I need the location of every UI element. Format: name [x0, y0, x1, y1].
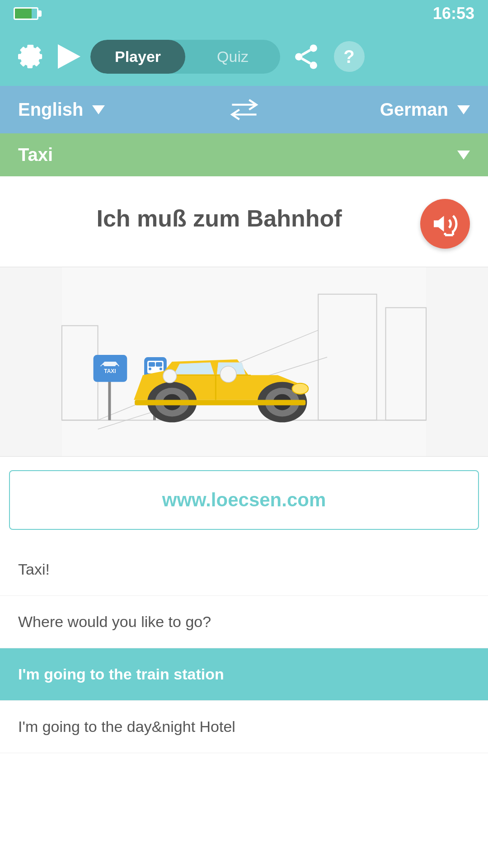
- play-button[interactable]: [56, 44, 81, 69]
- time-display: 16:53: [433, 4, 474, 23]
- main-phrase-text: Ich muß zum Bahnhof: [18, 199, 420, 234]
- category-label: Taxi: [18, 145, 457, 165]
- svg-line-4: [302, 50, 310, 55]
- swap-languages-button[interactable]: [228, 97, 260, 122]
- illustration-area: TAXI: [0, 267, 488, 457]
- taxi-illustration: TAXI: [0, 267, 488, 456]
- battery-icon: [14, 7, 38, 20]
- target-language-label: German: [380, 99, 448, 120]
- svg-point-41: [163, 369, 177, 383]
- category-dropdown-icon: [457, 151, 470, 160]
- mode-tabs: Player Quiz: [90, 40, 280, 74]
- svg-point-28: [160, 368, 162, 370]
- phrase-list-item[interactable]: I'm going to the day&night Hotel: [0, 701, 488, 753]
- audio-icon: [432, 210, 459, 237]
- svg-point-20: [102, 365, 104, 368]
- svg-point-0: [310, 44, 317, 52]
- settings-button[interactable]: [14, 40, 47, 74]
- play-icon: [58, 44, 80, 69]
- toolbar: Player Quiz ?: [0, 27, 488, 86]
- language-bar: English German: [0, 86, 488, 133]
- website-banner[interactable]: www.loecsen.com: [9, 470, 479, 530]
- gear-icon: [15, 41, 47, 72]
- website-url-text: www.loecsen.com: [162, 489, 326, 510]
- audio-play-button[interactable]: [420, 199, 470, 249]
- phrase-item-text: Where would you like to go?: [18, 613, 211, 630]
- phrase-item-text: I'm going to the train station: [18, 665, 224, 683]
- source-language-label: English: [18, 99, 83, 120]
- phrase-list-item[interactable]: Taxi!: [0, 543, 488, 596]
- svg-rect-16: [108, 380, 111, 420]
- swap-icon: [230, 97, 259, 122]
- target-language-selector[interactable]: German: [260, 99, 470, 120]
- svg-point-2: [310, 61, 317, 69]
- svg-marker-5: [434, 216, 444, 232]
- phrase-list: Taxi!Where would you like to go?I'm goin…: [0, 543, 488, 753]
- svg-text:TAXI: TAXI: [104, 368, 116, 374]
- phrase-display-area: Ich muß zum Bahnhof: [0, 176, 488, 267]
- player-tab[interactable]: Player: [90, 40, 185, 74]
- source-lang-dropdown-icon: [92, 105, 105, 114]
- svg-rect-25: [149, 362, 155, 367]
- source-language-selector[interactable]: English: [18, 99, 228, 120]
- phrase-item-text: Taxi!: [18, 561, 50, 578]
- target-lang-dropdown-icon: [457, 105, 470, 114]
- phrase-list-item[interactable]: I'm going to the train station: [0, 648, 488, 701]
- svg-point-27: [149, 368, 151, 370]
- svg-point-21: [115, 365, 118, 368]
- phrase-item-text: I'm going to the day&night Hotel: [18, 718, 235, 735]
- phrase-list-item[interactable]: Where would you like to go?: [0, 596, 488, 648]
- svg-line-3: [302, 58, 310, 63]
- share-icon: [291, 42, 321, 71]
- svg-rect-26: [156, 362, 162, 367]
- svg-rect-39: [135, 400, 305, 406]
- help-button[interactable]: ?: [332, 40, 366, 74]
- share-button[interactable]: [289, 40, 323, 74]
- help-icon: ?: [334, 41, 365, 72]
- svg-point-37: [292, 383, 308, 394]
- svg-point-1: [295, 53, 302, 60]
- quiz-tab[interactable]: Quiz: [185, 40, 280, 74]
- svg-point-40: [220, 366, 236, 382]
- category-bar[interactable]: Taxi: [0, 133, 488, 176]
- status-bar: 16:53: [0, 0, 488, 27]
